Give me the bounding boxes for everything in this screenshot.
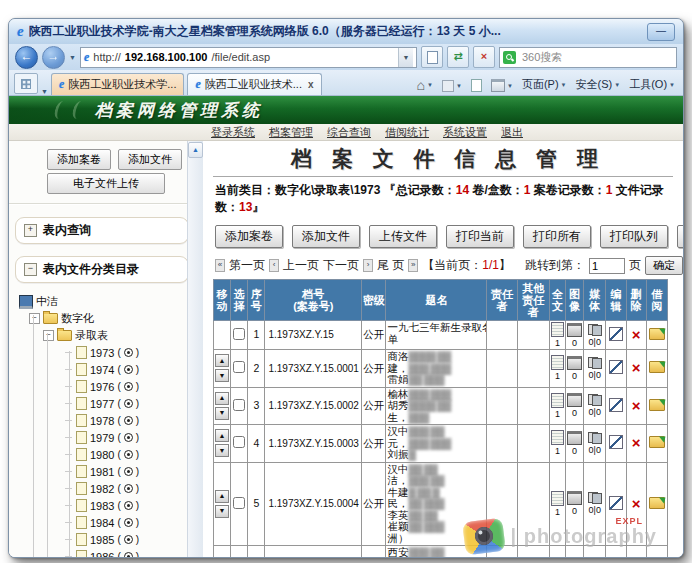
image-icon[interactable] [567,491,582,505]
media-icon[interactable] [588,357,602,369]
minimize-button[interactable]: — [647,23,675,41]
toolbar-button[interactable]: 添加文件 [292,225,360,248]
move-up-button[interactable]: ▲ [215,490,229,503]
last-page-link[interactable]: 尾 页 [377,257,404,274]
fulltext-icon[interactable] [551,355,564,370]
last-page-icon[interactable]: » [408,259,418,272]
first-page-icon[interactable]: « [215,259,225,272]
delete-icon[interactable]: × [632,326,641,343]
tree-root[interactable]: 中洁 [19,293,203,310]
nav-dropdown-icon[interactable]: ▼ [69,54,76,61]
collapse-icon[interactable]: − [29,313,40,324]
collapse-icon[interactable]: − [43,330,54,341]
row-checkbox[interactable] [233,399,245,411]
menu-item[interactable]: 退出 [501,125,523,140]
first-page-link[interactable]: 第一页 [229,257,265,274]
delete-icon[interactable]: × [632,495,641,512]
home-button[interactable]: ⌂▼ [414,78,436,92]
panel-file-category[interactable]: − 表内文件分类目录 [15,256,189,283]
row-checkbox[interactable] [233,328,245,340]
menu-item[interactable]: 登录系统 [211,125,255,140]
row-checkbox[interactable] [233,436,245,448]
edit-icon[interactable] [609,398,623,412]
compatibility-view-button[interactable] [421,46,443,68]
move-down-button[interactable]: ▼ [215,407,229,420]
expand-icon[interactable]: + [24,224,37,237]
row-checkbox[interactable] [233,497,245,509]
media-icon[interactable] [588,492,602,504]
edit-icon[interactable] [609,327,623,341]
fulltext-icon[interactable] [551,393,564,408]
image-icon[interactable] [567,323,582,337]
prev-page-icon[interactable]: ‹ [269,259,279,272]
quick-tabs-button[interactable] [14,73,38,94]
move-down-button[interactable]: ▼ [215,505,229,518]
media-icon[interactable] [588,432,602,444]
row-checkbox[interactable] [233,361,245,373]
tab-close-icon[interactable]: x [306,79,314,90]
sidebar-scrollbar[interactable]: ▲ [187,141,203,557]
menu-item[interactable]: 档案管理 [269,125,313,140]
tree-folder-digital[interactable]: − 数字化 [19,310,203,327]
borrow-icon[interactable] [649,436,665,448]
tab-2[interactable]: e 陕西工业职业技术... x [187,73,321,95]
feeds-button[interactable]: ▼ [439,80,465,92]
menu-item[interactable]: 综合查询 [327,125,371,140]
delete-icon[interactable]: × [632,359,641,376]
borrow-icon[interactable] [649,328,665,340]
edit-icon[interactable] [609,496,623,510]
toolbar-button[interactable]: 上传文件 [369,225,437,248]
move-down-button[interactable]: ▼ [215,369,229,382]
borrow-icon[interactable] [649,361,665,373]
fulltext-icon[interactable] [551,491,564,506]
add-file-button[interactable]: 添加文件 [118,149,182,170]
read-mail-button[interactable] [468,79,485,92]
borrow-icon[interactable] [649,497,665,509]
image-icon[interactable] [567,431,582,445]
tools-menu[interactable]: 工具(O)▼ [626,77,678,92]
next-page-link[interactable]: 下一页 [323,257,359,274]
edit-icon[interactable] [609,435,623,449]
move-up-button[interactable]: ▲ [215,392,229,405]
menu-item[interactable]: 借阅统计 [385,125,429,140]
tabs-dropdown-icon[interactable]: ▼ [41,88,48,95]
page-menu[interactable]: 页面(P)▼ [519,77,570,92]
menu-item[interactable]: 系统设置 [443,125,487,140]
add-case-button[interactable]: 添加案卷 [47,149,111,170]
fulltext-icon[interactable] [551,430,564,445]
edit-icon[interactable] [609,360,623,374]
next-page-icon[interactable]: › [363,259,373,272]
delete-icon[interactable]: × [632,434,641,451]
move-up-button[interactable]: ▲ [215,354,229,367]
search-input[interactable] [520,50,673,64]
upload-efile-button[interactable]: 电子文件上传 [47,173,165,194]
back-button[interactable]: ← [15,46,38,69]
prev-page-link[interactable]: 上一页 [283,257,319,274]
move-down-button[interactable]: ▼ [215,444,229,457]
stop-button[interactable]: × [473,46,495,68]
forward-button[interactable]: → [42,46,65,69]
refresh-button[interactable]: ⇄ [447,46,469,68]
panel-table-query[interactable]: + 表内查询 [15,217,189,244]
toolbar-button[interactable]: 打印所有 [523,225,591,248]
collapse-icon[interactable]: − [24,263,37,276]
jump-page-input[interactable] [589,258,625,274]
toolbar-button[interactable]: 打印当前 [446,225,514,248]
delete-icon[interactable]: × [632,397,641,414]
toolbar-button[interactable]: 添加案卷 [215,225,283,248]
image-icon[interactable] [567,356,582,370]
scroll-up-icon[interactable]: ▲ [188,142,203,158]
fulltext-icon[interactable] [551,322,564,337]
address-input[interactable]: e http://192.168.100.100/file/edit.asp ▼ [80,47,417,68]
address-dropdown-icon[interactable]: ▼ [398,48,413,67]
tab-1[interactable]: e 陕西工业职业技术学... [51,73,185,95]
image-icon[interactable] [567,393,582,407]
jump-confirm-button[interactable]: 确定 [645,256,683,275]
toolbar-button[interactable]: 打印队列 [600,225,668,248]
toolbar-button[interactable]: 借档清单 [677,225,683,248]
borrow-icon[interactable] [649,399,665,411]
media-icon[interactable] [588,324,602,336]
media-icon[interactable] [588,394,602,406]
print-button[interactable]: ▼ [488,79,516,92]
safety-menu[interactable]: 安全(S)▼ [573,77,624,92]
